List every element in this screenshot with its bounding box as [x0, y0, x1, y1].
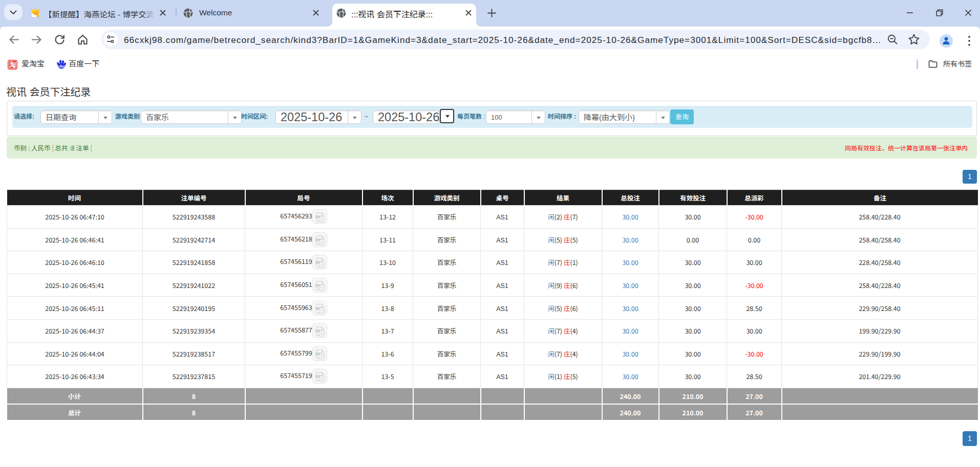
svg-text:du: du: [59, 64, 64, 69]
svg-text:淘: 淘: [9, 60, 16, 70]
